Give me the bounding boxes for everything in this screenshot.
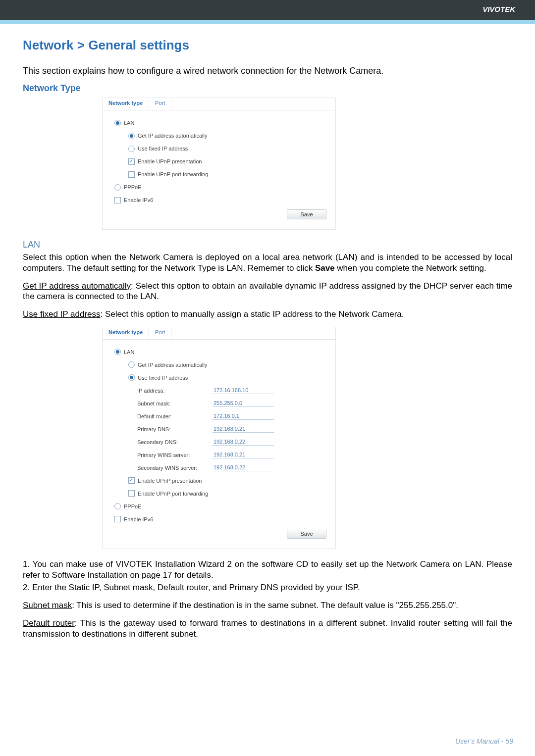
page-footer: User's Manual - 59 — [455, 737, 513, 745]
list-item-2: 2. Enter the Static IP, Subnet mask, Def… — [23, 582, 512, 593]
tab2-network-type[interactable]: Network type — [103, 327, 149, 339]
input-ip-address[interactable] — [213, 387, 274, 394]
label2-lan: LAN — [124, 349, 134, 355]
para-router: Default router: This is the gateway used… — [23, 618, 512, 640]
checkbox-upnp-presentation[interactable] — [128, 158, 135, 165]
underline-get-ip: Get IP address automatically — [23, 281, 131, 291]
radio2-pppoe[interactable] — [114, 503, 121, 509]
checkbox-upnp-forwarding[interactable] — [128, 171, 135, 178]
save-button-2[interactable]: Save — [287, 529, 326, 539]
label-enable-ipv6: Enable IPv6 — [124, 197, 153, 203]
label-secondary-dns: Secondary DNS: — [137, 439, 213, 445]
tab-network-type[interactable]: Network type — [103, 98, 149, 110]
radio2-lan[interactable] — [114, 349, 121, 355]
label2-pppoe: PPPoE — [124, 504, 141, 509]
save-button[interactable]: Save — [287, 209, 326, 219]
brand-label: VIVOTEK — [482, 5, 515, 13]
tabs: Network type Port — [103, 98, 335, 110]
underline-subnet: Subnet mask — [23, 601, 72, 610]
list-item-1: 1. You can make use of VIVOTEK Installat… — [23, 559, 512, 581]
radio-pppoe[interactable] — [114, 184, 121, 191]
input-subnet-mask[interactable] — [213, 400, 274, 407]
label-default-router: Default router: — [137, 413, 213, 419]
input-primary-dns[interactable] — [213, 425, 274, 433]
section-network-type: Network Type — [23, 83, 512, 94]
label-get-ip-auto: Get IP address automatically — [138, 133, 207, 139]
label2-enable-ipv6: Enable IPv6 — [124, 516, 153, 522]
label-primary-wins: Primary WINS server: — [137, 452, 213, 458]
label-ip-address: IP address: — [137, 388, 213, 394]
header-separator — [0, 20, 535, 24]
label-upnp-presentation: Enable UPnP presentation — [138, 158, 202, 164]
radio2-get-ip-auto[interactable] — [128, 361, 135, 368]
para-use-fixed: Use fixed IP address: Select this option… — [23, 309, 512, 320]
radio-use-fixed-ip[interactable] — [128, 146, 135, 152]
tabs-2: Network type Port — [103, 327, 335, 340]
input-default-router[interactable] — [213, 412, 274, 420]
label-upnp-forwarding: Enable UPnP port forwarding — [138, 171, 208, 177]
subhead-lan: LAN — [23, 240, 512, 250]
label-pppoe: PPPoE — [124, 184, 141, 190]
network-type-panel-2: Network type Port LAN Get IP address aut… — [102, 327, 336, 549]
label-primary-dns: Primary DNS: — [137, 426, 213, 432]
underline-router: Default router — [23, 618, 75, 628]
radio-get-ip-auto[interactable] — [128, 133, 135, 139]
label-lan: LAN — [124, 120, 134, 126]
input-primary-wins[interactable] — [213, 451, 274, 458]
checkbox2-upnp-forwarding[interactable] — [128, 490, 135, 497]
label2-upnp-presentation: Enable UPnP presentation — [138, 478, 202, 484]
label2-get-ip-auto: Get IP address automatically — [138, 362, 207, 368]
checkbox-enable-ipv6[interactable] — [114, 197, 121, 203]
page-title: Network > General settings — [23, 38, 512, 53]
tab2-port[interactable]: Port — [149, 327, 171, 339]
checkbox2-upnp-presentation[interactable] — [128, 477, 135, 484]
para-get-ip: Get IP address automatically: Select thi… — [23, 281, 512, 302]
label2-use-fixed-ip: Use fixed IP address — [138, 375, 188, 381]
para-lan: Select this option when the Network Came… — [23, 252, 512, 274]
para-subnet: Subnet mask: This is used to determine i… — [23, 600, 512, 611]
input-secondary-dns[interactable] — [213, 438, 274, 446]
radio-lan[interactable] — [114, 120, 121, 126]
intro-text: This section explains how to configure a… — [23, 66, 512, 76]
label2-upnp-forwarding: Enable UPnP port forwarding — [138, 491, 208, 497]
network-type-panel-1: Network type Port LAN Get IP address aut… — [102, 98, 336, 230]
underline-use-fixed: Use fixed IP address — [23, 309, 101, 319]
tab-port[interactable]: Port — [149, 98, 171, 110]
input-secondary-wins[interactable] — [213, 464, 274, 471]
radio2-use-fixed-ip[interactable] — [128, 374, 135, 381]
label-use-fixed-ip: Use fixed IP address — [138, 146, 188, 151]
checkbox2-enable-ipv6[interactable] — [114, 516, 121, 522]
page-header: VIVOTEK — [0, 0, 535, 20]
label-subnet-mask: Subnet mask: — [137, 401, 213, 406]
label-secondary-wins: Secondary WINS server: — [137, 465, 213, 471]
